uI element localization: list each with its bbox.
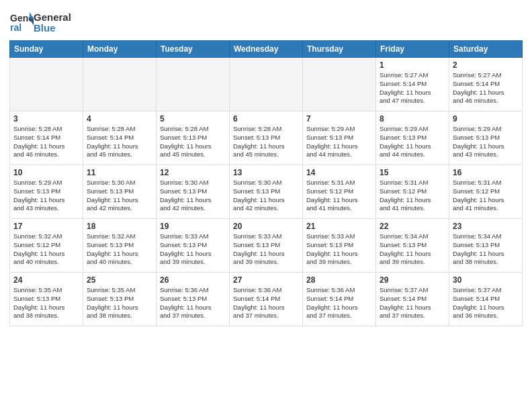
day-info: Sunrise: 5:31 AMSunset: 5:12 PMDaylight:… xyxy=(453,179,519,213)
day-number: 5 xyxy=(160,114,226,124)
day-number: 4 xyxy=(87,114,152,124)
day-number: 10 xyxy=(13,168,79,177)
day-number: 3 xyxy=(13,114,79,124)
header: Gene ral General Blue xyxy=(9,7,523,35)
day-number: 20 xyxy=(233,222,299,231)
calendar-week-row: 3Sunrise: 5:28 AMSunset: 5:14 PMDaylight… xyxy=(10,111,523,165)
calendar-cell: 7Sunrise: 5:29 AMSunset: 5:13 PMDaylight… xyxy=(303,111,376,165)
calendar-cell: 6Sunrise: 5:28 AMSunset: 5:13 PMDaylight… xyxy=(230,111,303,165)
calendar-cell: 5Sunrise: 5:28 AMSunset: 5:13 PMDaylight… xyxy=(157,111,230,165)
calendar-cell: 2Sunrise: 5:27 AMSunset: 5:14 PMDaylight… xyxy=(449,58,523,111)
day-info: Sunrise: 5:29 AMSunset: 5:13 PMDaylight:… xyxy=(380,125,445,159)
calendar-cell: 13Sunrise: 5:30 AMSunset: 5:13 PMDayligh… xyxy=(230,165,303,219)
day-info: Sunrise: 5:31 AMSunset: 5:12 PMDaylight:… xyxy=(380,179,445,213)
weekday-header-row: SundayMondayTuesdayWednesdayThursdayFrid… xyxy=(10,41,523,58)
page-container: Gene ral General Blue SundayMondayTuesda… xyxy=(0,0,532,336)
day-number: 13 xyxy=(233,168,299,177)
calendar-cell xyxy=(10,58,83,111)
calendar-cell xyxy=(230,58,303,111)
calendar-cell: 24Sunrise: 5:35 AMSunset: 5:13 PMDayligh… xyxy=(10,273,83,326)
calendar-week-row: 17Sunrise: 5:32 AMSunset: 5:12 PMDayligh… xyxy=(10,219,523,273)
logo-text: General Blue xyxy=(34,12,71,34)
svg-text:ral: ral xyxy=(10,22,21,33)
day-number: 29 xyxy=(380,275,445,285)
calendar-week-row: 1Sunrise: 5:27 AMSunset: 5:14 PMDaylight… xyxy=(10,58,523,111)
day-number: 25 xyxy=(87,275,152,285)
day-info: Sunrise: 5:29 AMSunset: 5:13 PMDaylight:… xyxy=(13,179,79,213)
day-info: Sunrise: 5:33 AMSunset: 5:13 PMDaylight:… xyxy=(306,232,372,267)
day-number: 11 xyxy=(87,168,152,177)
day-info: Sunrise: 5:35 AMSunset: 5:13 PMDaylight:… xyxy=(13,286,79,320)
calendar-cell: 21Sunrise: 5:33 AMSunset: 5:13 PMDayligh… xyxy=(303,219,376,273)
day-number: 30 xyxy=(453,275,519,285)
weekday-header-friday: Friday xyxy=(376,41,449,58)
day-info: Sunrise: 5:29 AMSunset: 5:13 PMDaylight:… xyxy=(306,125,372,159)
day-info: Sunrise: 5:32 AMSunset: 5:13 PMDaylight:… xyxy=(87,232,152,267)
calendar-cell: 8Sunrise: 5:29 AMSunset: 5:13 PMDaylight… xyxy=(376,111,449,165)
day-number: 19 xyxy=(160,222,226,231)
day-number: 22 xyxy=(380,222,445,231)
day-info: Sunrise: 5:30 AMSunset: 5:13 PMDaylight:… xyxy=(160,179,226,213)
day-number: 8 xyxy=(380,114,445,124)
day-info: Sunrise: 5:31 AMSunset: 5:12 PMDaylight:… xyxy=(306,179,372,213)
calendar-cell: 28Sunrise: 5:36 AMSunset: 5:14 PMDayligh… xyxy=(303,273,376,326)
calendar-cell xyxy=(303,58,376,111)
day-info: Sunrise: 5:27 AMSunset: 5:14 PMDaylight:… xyxy=(380,71,445,105)
logo-blue-text: Blue xyxy=(34,23,71,34)
weekday-header-thursday: Thursday xyxy=(303,41,376,58)
day-info: Sunrise: 5:28 AMSunset: 5:13 PMDaylight:… xyxy=(233,125,299,159)
calendar-cell: 27Sunrise: 5:36 AMSunset: 5:14 PMDayligh… xyxy=(230,273,303,326)
day-number: 1 xyxy=(380,60,445,70)
calendar-cell xyxy=(83,58,157,111)
day-info: Sunrise: 5:36 AMSunset: 5:13 PMDaylight:… xyxy=(160,286,226,320)
calendar-cell: 15Sunrise: 5:31 AMSunset: 5:12 PMDayligh… xyxy=(376,165,449,219)
day-number: 15 xyxy=(380,168,445,177)
day-info: Sunrise: 5:34 AMSunset: 5:13 PMDaylight:… xyxy=(453,232,519,267)
calendar-cell: 20Sunrise: 5:33 AMSunset: 5:13 PMDayligh… xyxy=(230,219,303,273)
day-info: Sunrise: 5:33 AMSunset: 5:13 PMDaylight:… xyxy=(160,232,226,267)
logo-general: General xyxy=(34,12,71,24)
day-number: 12 xyxy=(160,168,226,177)
day-info: Sunrise: 5:37 AMSunset: 5:14 PMDaylight:… xyxy=(380,286,445,320)
calendar-cell: 19Sunrise: 5:33 AMSunset: 5:13 PMDayligh… xyxy=(157,219,230,273)
day-number: 6 xyxy=(233,114,299,124)
calendar-cell: 18Sunrise: 5:32 AMSunset: 5:13 PMDayligh… xyxy=(83,219,157,273)
calendar-cell: 26Sunrise: 5:36 AMSunset: 5:13 PMDayligh… xyxy=(157,273,230,326)
calendar-cell: 3Sunrise: 5:28 AMSunset: 5:14 PMDaylight… xyxy=(10,111,83,165)
day-info: Sunrise: 5:33 AMSunset: 5:13 PMDaylight:… xyxy=(233,232,299,267)
calendar-cell: 25Sunrise: 5:35 AMSunset: 5:13 PMDayligh… xyxy=(83,273,157,326)
calendar-cell: 30Sunrise: 5:37 AMSunset: 5:14 PMDayligh… xyxy=(449,273,523,326)
day-number: 7 xyxy=(306,114,372,124)
calendar-cell: 22Sunrise: 5:34 AMSunset: 5:13 PMDayligh… xyxy=(376,219,449,273)
calendar-table: SundayMondayTuesdayWednesdayThursdayFrid… xyxy=(9,40,523,326)
day-number: 24 xyxy=(13,275,79,285)
calendar-week-row: 10Sunrise: 5:29 AMSunset: 5:13 PMDayligh… xyxy=(10,165,523,219)
day-number: 17 xyxy=(13,222,79,231)
weekday-header-wednesday: Wednesday xyxy=(230,41,303,58)
day-info: Sunrise: 5:36 AMSunset: 5:14 PMDaylight:… xyxy=(233,286,299,320)
day-info: Sunrise: 5:30 AMSunset: 5:13 PMDaylight:… xyxy=(87,179,152,213)
day-info: Sunrise: 5:35 AMSunset: 5:13 PMDaylight:… xyxy=(87,286,152,320)
day-number: 27 xyxy=(233,275,299,285)
day-info: Sunrise: 5:32 AMSunset: 5:12 PMDaylight:… xyxy=(13,232,79,267)
calendar-cell: 29Sunrise: 5:37 AMSunset: 5:14 PMDayligh… xyxy=(376,273,449,326)
calendar-cell: 1Sunrise: 5:27 AMSunset: 5:14 PMDaylight… xyxy=(376,58,449,111)
day-number: 21 xyxy=(306,222,372,231)
weekday-header-tuesday: Tuesday xyxy=(157,41,230,58)
day-number: 18 xyxy=(87,222,152,231)
day-info: Sunrise: 5:28 AMSunset: 5:14 PMDaylight:… xyxy=(87,125,152,159)
weekday-header-monday: Monday xyxy=(83,41,157,58)
day-info: Sunrise: 5:37 AMSunset: 5:14 PMDaylight:… xyxy=(453,286,519,320)
day-info: Sunrise: 5:27 AMSunset: 5:14 PMDaylight:… xyxy=(453,71,519,105)
calendar-cell: 9Sunrise: 5:29 AMSunset: 5:13 PMDaylight… xyxy=(449,111,523,165)
day-info: Sunrise: 5:29 AMSunset: 5:13 PMDaylight:… xyxy=(453,125,519,159)
day-number: 26 xyxy=(160,275,226,285)
day-info: Sunrise: 5:28 AMSunset: 5:14 PMDaylight:… xyxy=(13,125,79,159)
calendar-cell: 10Sunrise: 5:29 AMSunset: 5:13 PMDayligh… xyxy=(10,165,83,219)
calendar-cell: 4Sunrise: 5:28 AMSunset: 5:14 PMDaylight… xyxy=(83,111,157,165)
day-number: 16 xyxy=(453,168,519,177)
weekday-header-sunday: Sunday xyxy=(10,41,83,58)
calendar-cell: 17Sunrise: 5:32 AMSunset: 5:12 PMDayligh… xyxy=(10,219,83,273)
day-number: 14 xyxy=(306,168,372,177)
logo: Gene ral General Blue xyxy=(9,11,71,35)
